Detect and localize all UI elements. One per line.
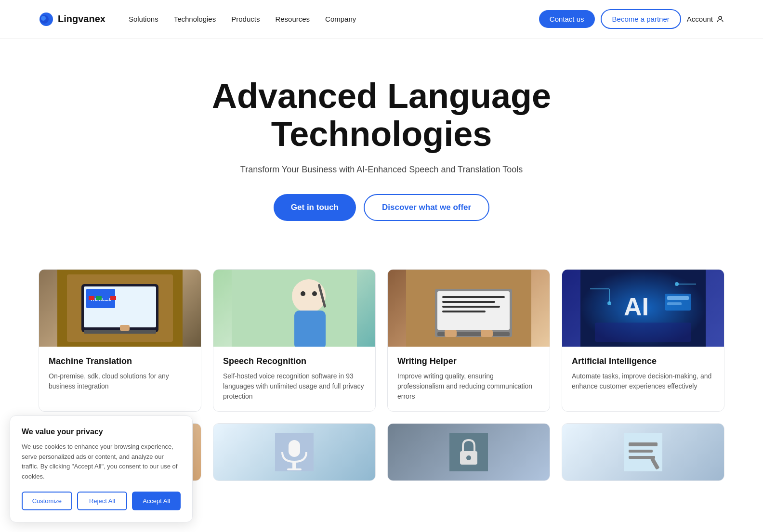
hero-buttons: Get in touch Discover what we offer [19, 194, 744, 221]
card-desc-ai: Automate tasks, improve decision-making,… [572, 371, 714, 391]
svg-rect-47 [292, 462, 296, 469]
nav-links: Solutions Technologies Products Resource… [129, 15, 356, 23]
cookie-customize-button[interactable]: Customize [22, 492, 72, 500]
ai-image: AI [562, 270, 724, 347]
cookie-buttons: Customize Reject All Accept All [22, 492, 181, 500]
svg-point-40 [675, 282, 679, 286]
cookie-title: We value your privacy [22, 428, 181, 436]
partial-image-4 [562, 424, 724, 480]
navbar-right: Contact us Become a partner Account [539, 9, 724, 29]
get-in-touch-button[interactable]: Get in touch [274, 194, 356, 221]
svg-rect-27 [442, 296, 505, 298]
ai-svg: AI [562, 270, 724, 347]
card-image-writing-helper [388, 270, 550, 347]
hero-subtitle: Transform Your Business with AI-Enhanced… [19, 165, 744, 175]
nav-products[interactable]: Products [231, 15, 260, 23]
card-title-machine-translation: Machine Translation [49, 356, 191, 366]
card-desc-writing-helper: Improve writing quality, ensuring profes… [397, 371, 540, 402]
card-partial-2 [213, 423, 376, 481]
svg-rect-32 [445, 330, 457, 337]
machine-translation-svg: Translate [39, 270, 201, 347]
svg-rect-15 [120, 325, 130, 331]
svg-rect-53 [629, 442, 658, 446]
svg-rect-11 [96, 296, 102, 300]
svg-rect-48 [287, 468, 302, 470]
speech-recognition-svg [213, 270, 375, 347]
become-partner-button[interactable]: Become a partner [601, 9, 681, 29]
card-body-writing-helper: Writing Helper Improve writing quality, … [388, 347, 550, 411]
card-title-ai: Artificial Intelligence [572, 356, 714, 366]
partial-image-3 [388, 424, 550, 480]
card-title-speech-recognition: Speech Recognition [223, 356, 366, 366]
card-body-machine-translation: Machine Translation On-premise, sdk, clo… [39, 347, 201, 401]
svg-rect-19 [294, 311, 326, 347]
cards-grid: Translate Machine Translation On- [39, 269, 724, 412]
card-desc-speech-recognition: Self-hosted voice recognition software i… [223, 371, 366, 402]
hero-title-line1: Advanced Language [212, 77, 551, 115]
hero-section: Advanced Language Technologies Transform… [0, 39, 763, 250]
navbar-left: Lingvanex Solutions Technologies Product… [39, 12, 356, 27]
card-speech-recognition: Speech Recognition Self-hosted voice rec… [213, 269, 376, 412]
card-partial-3 [387, 423, 550, 481]
contact-us-button[interactable]: Contact us [539, 10, 595, 28]
svg-rect-54 [629, 450, 653, 453]
writing-helper-svg [388, 270, 550, 347]
nav-technologies[interactable]: Technologies [174, 15, 216, 23]
nav-company[interactable]: Company [325, 15, 356, 23]
svg-rect-12 [103, 296, 109, 300]
account-icon [716, 15, 724, 24]
partial-image-2 [213, 424, 375, 480]
card-image-ai: AI [562, 270, 724, 347]
card-desc-machine-translation: On-premise, sdk, cloud solutions for any… [49, 371, 191, 391]
card-body-ai: Artificial Intelligence Automate tasks, … [562, 347, 724, 401]
card-image-speech-recognition [213, 270, 375, 347]
cookie-reject-button[interactable]: Reject All [77, 492, 128, 500]
cookie-text: We use cookies to enhance your browsing … [22, 442, 181, 482]
svg-point-51 [466, 455, 471, 460]
card-title-writing-helper: Writing Helper [397, 356, 540, 366]
svg-rect-46 [289, 440, 300, 457]
svg-rect-13 [110, 296, 116, 300]
logo-text: Lingvanex [58, 13, 105, 25]
discover-button[interactable]: Discover what we offer [364, 194, 489, 221]
svg-rect-28 [442, 301, 495, 303]
account-label: Account [687, 15, 713, 23]
svg-rect-33 [481, 330, 493, 337]
account-button[interactable]: Account [687, 15, 724, 24]
svg-rect-10 [89, 296, 94, 300]
svg-rect-42 [667, 296, 689, 300]
svg-rect-55 [629, 456, 655, 459]
svg-rect-29 [442, 306, 500, 308]
svg-point-20 [301, 291, 305, 296]
hero-title: Advanced Language Technologies [165, 77, 598, 153]
card-ai: AI [562, 269, 724, 412]
svg-point-18 [292, 279, 326, 313]
svg-rect-44 [595, 323, 691, 342]
cookie-accept-button[interactable]: Accept All [132, 492, 181, 500]
speech-recognition-image [213, 270, 375, 347]
svg-rect-14 [84, 330, 156, 334]
pen-icon [624, 433, 662, 471]
card-writing-helper: Writing Helper Improve writing quality, … [387, 269, 550, 412]
card-machine-translation: Translate Machine Translation On- [39, 269, 201, 412]
cookie-banner: We value your privacy We use cookies to … [10, 415, 193, 501]
svg-point-2 [41, 16, 46, 21]
svg-rect-30 [442, 311, 486, 312]
card-partial-4 [562, 423, 724, 481]
svg-point-39 [607, 301, 611, 305]
card-body-speech-recognition: Speech Recognition Self-hosted voice rec… [213, 347, 375, 411]
svg-point-21 [312, 291, 317, 296]
svg-text:AI: AI [624, 293, 649, 321]
writing-helper-image [388, 270, 550, 347]
nav-resources[interactable]: Resources [275, 15, 310, 23]
hero-title-line2: Technologies [271, 115, 492, 153]
nav-solutions[interactable]: Solutions [129, 15, 158, 23]
logo[interactable]: Lingvanex [39, 12, 105, 27]
logo-icon [39, 12, 54, 27]
svg-point-3 [719, 16, 722, 19]
microphone-icon [275, 433, 314, 471]
lock-icon [449, 433, 488, 471]
svg-rect-43 [667, 302, 682, 305]
card-image-machine-translation: Translate [39, 270, 201, 347]
navbar: Lingvanex Solutions Technologies Product… [0, 0, 763, 39]
